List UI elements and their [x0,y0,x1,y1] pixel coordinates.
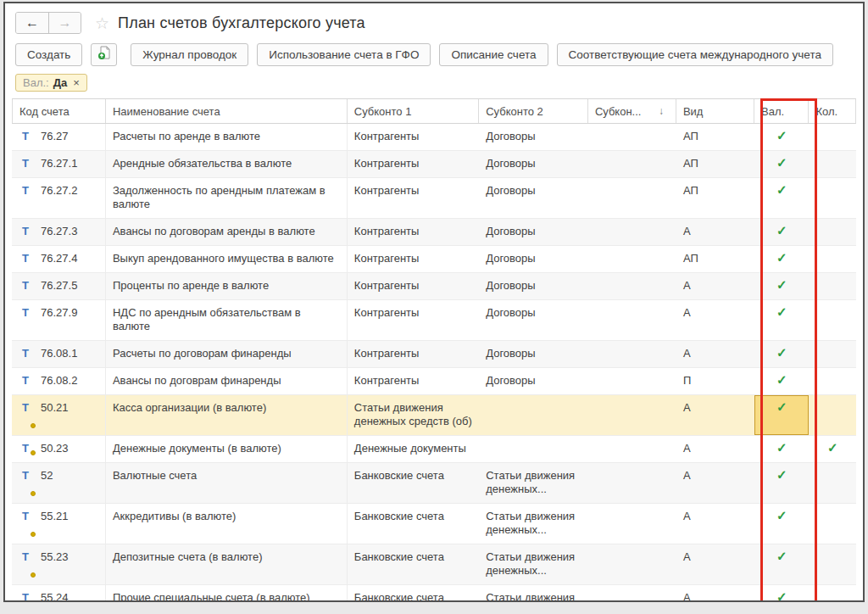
account-icon: T [22,130,32,143]
kol-cell [809,368,856,394]
table-row[interactable]: T76.27.9НДС по арендным обязательствам в… [12,300,856,341]
table-row[interactable]: T76.27.2Задолженность по арендным платеж… [12,178,856,219]
account-name-cell: НДС по арендным обязательствам в валюте [106,300,348,340]
subconto2-cell: Статьи движения денежных... [479,463,588,503]
account-code-cell: T76.08.2 [12,368,106,394]
sort-descending-icon: ↓ [659,105,669,117]
table-row[interactable]: T52Валютные счетаБанковские счетаСтатьи … [12,463,856,504]
subconto1-cell: Банковские счета [348,585,479,602]
account-icon: T [22,157,32,170]
column-header-subconto1[interactable]: Субконто 1 [348,99,479,123]
table-row[interactable]: T76.27.4Выкуп арендованного имущества в … [12,246,856,273]
account-code-cell: T52 [12,463,106,503]
table-row[interactable]: T76.27.3Авансы по договорам аренды в вал… [12,219,856,246]
subconto3-cell [588,368,676,394]
account-name-cell: Касса организации (в валюте) [106,395,348,435]
valuta-cell: ✓ [754,436,809,462]
subconto1-cell: Контрагенты [348,124,479,150]
column-header-subconto2[interactable]: Субконто 2 [479,99,588,123]
account-name-cell: Депозитные счета (в валюте) [106,544,348,584]
account-name-cell: Расчеты по договорам финаренды [106,341,348,367]
subconto3-cell [588,436,676,462]
subconto3-cell [588,463,676,503]
vid-cell: АП [676,151,754,177]
subconto1-cell: Контрагенты [348,341,479,367]
table-row[interactable]: T55.21Аккредитивы (в валюте)Банковские с… [12,504,856,544]
kol-cell [809,544,856,584]
table-row[interactable]: T76.27.5Проценты по аренде в валютеКонтр… [12,273,856,300]
forward-button[interactable]: → [48,13,81,33]
subconto2-cell: Договоры [479,219,588,245]
subconto1-cell: Контрагенты [348,300,479,340]
column-header-code[interactable]: Код счета [12,99,106,123]
valuta-cell: ✓ [754,124,809,150]
subconto3-cell [588,544,676,584]
journal-entries-button[interactable]: Журнал проводок [131,43,248,66]
checkmark-icon: ✓ [776,467,787,482]
international-accounts-button[interactable]: Соответствующие счета международного уче… [557,43,833,66]
subconto3-cell [588,273,676,299]
column-header-name[interactable]: Наименование счета [106,99,348,123]
account-code-cell: T55.23 [12,544,106,584]
currency-dot-icon [31,450,36,455]
column-header-vid[interactable]: Вид [676,99,754,123]
kol-cell [809,219,856,245]
valuta-cell: ✓ [754,273,809,299]
column-header-subconto3[interactable]: Субкон... ↓ [588,99,676,123]
kol-cell [809,300,856,340]
create-button[interactable]: Создать [15,43,82,66]
subconto3-cell [588,151,676,177]
account-usage-gfo-button[interactable]: Использование счета в ГФО [257,43,431,66]
table-row[interactable]: T76.08.1Расчеты по договорам финарендыКо… [12,341,856,368]
kol-cell [809,246,856,272]
account-description-button[interactable]: Описание счета [439,43,548,66]
table-row[interactable]: T55.23Депозитные счета (в валюте)Банковс… [12,544,856,585]
table-row[interactable]: T50.23Денежные документы (в валюте)Денеж… [12,436,856,463]
subconto3-cell [588,300,676,340]
table-row[interactable]: T76.08.2Авансы по договрам финарендыКонт… [12,368,856,395]
create-by-copy-button[interactable] [91,43,117,66]
table-row[interactable]: T50.21Касса организации (в валюте)Статьи… [12,395,856,436]
checkmark-icon: ✓ [776,128,787,142]
checkmark-icon: ✓ [776,304,787,319]
column-header-valuta[interactable]: Вал. [754,99,809,123]
vid-cell: А [676,341,754,367]
account-name-cell: Денежные документы (в валюте) [106,436,348,462]
filter-close-icon[interactable]: × [73,76,80,89]
account-icon: T [22,184,32,211]
checkmark-icon: ✓ [776,549,787,563]
valuta-cell: ✓ [754,504,809,544]
kol-cell [809,151,856,177]
subconto3-cell [588,178,676,218]
account-code: 55.24 [41,591,69,602]
account-icon: T [22,550,32,578]
account-icon: T [22,306,32,333]
favorite-star-icon[interactable]: ☆ [95,14,109,33]
vid-cell: АП [676,124,754,150]
back-button[interactable]: ← [16,13,48,33]
vid-cell: А [676,436,754,462]
filter-label: Вал.: [23,76,49,89]
column-header-label: Субкон... [595,105,642,118]
table-row[interactable]: T76.27Расчеты по аренде в валютеКонтраге… [12,124,856,151]
vid-cell: А [676,395,754,435]
account-code-cell: T50.23 [12,436,106,462]
subconto2-cell: Договоры [479,124,588,150]
valuta-cell: ✓ [754,585,809,602]
column-header-label: Кол. [815,105,837,118]
column-header-kol[interactable]: Кол. [809,99,856,123]
account-name-cell: Аккредитивы (в валюте) [106,504,348,544]
table-row[interactable]: T55.24Прочие специальные счета (в валюте… [12,585,856,602]
vid-cell: А [676,273,754,299]
subconto1-cell: Контрагенты [348,219,479,245]
checkmark-icon: ✓ [827,440,838,455]
checkmark-icon: ✓ [776,182,787,197]
account-icon: T [22,279,32,293]
table-row[interactable]: T76.27.1Арендные обязательства в валютеК… [12,151,856,178]
account-icon: T [22,510,32,537]
subconto1-cell: Контрагенты [348,368,479,394]
account-code-cell: T76.08.1 [12,341,106,367]
account-code-cell: T55.21 [12,504,106,544]
account-code-cell: T76.27 [12,124,106,150]
checkmark-icon: ✓ [776,440,787,455]
